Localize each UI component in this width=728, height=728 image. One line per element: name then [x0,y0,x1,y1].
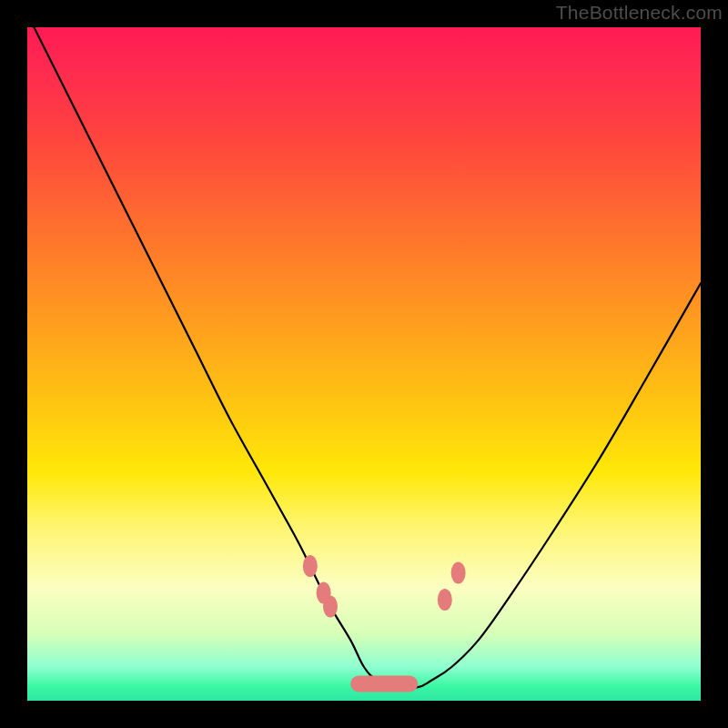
marker-dot [303,555,318,577]
curve-layer [34,27,701,688]
marker-dot [323,595,338,617]
markers-layer [303,555,466,693]
outer-frame: TheBottleneck.com [0,0,728,728]
marker-bar [350,676,418,693]
plot-area [27,27,701,701]
chart-svg [27,27,701,701]
bottleneck-curve [34,27,701,688]
watermark-text: TheBottleneck.com [556,2,723,24]
marker-dot [438,589,452,611]
marker-dot [451,561,466,583]
